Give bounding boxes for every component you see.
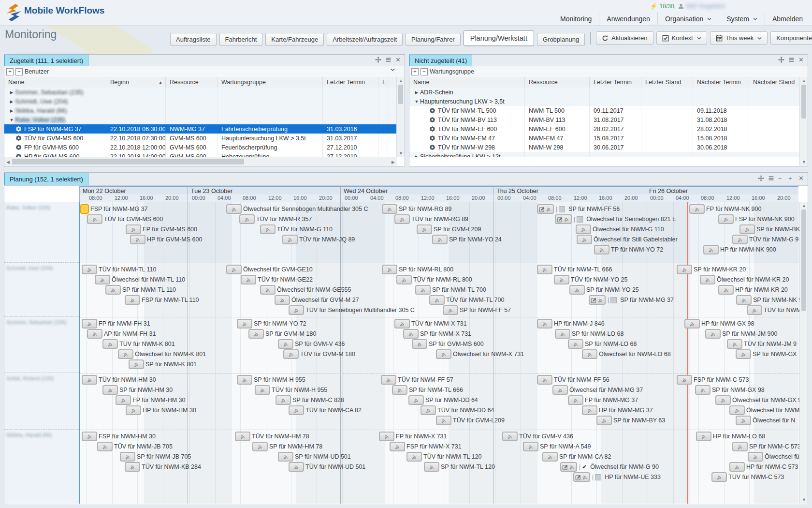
view-button-planung-fahrer[interactable]: Planung/Fahrer (406, 33, 461, 46)
gantt-task[interactable]: SP für NWM-TL 666 (392, 385, 463, 395)
tree-expanded-icon[interactable]: ▼ (8, 118, 15, 122)
gantt-task[interactable]: HP für NWM-MG 37 (582, 405, 653, 415)
maximize-icon[interactable]: + (788, 175, 795, 182)
gantt-task[interactable]: SP für NWM-HM 78 (252, 442, 322, 451)
view-button-planung-werkstatt[interactable]: Planung/Werkstatt (464, 30, 534, 46)
gantt-task[interactable]: SP für NWM-DD 64 (408, 395, 478, 405)
nav-item-anwendungen[interactable]: Anwendungen (599, 12, 657, 25)
gantt-task[interactable]: HP für NWM-KR 20 (718, 285, 788, 295)
gantt-task[interactable]: SP für GVM-L209 (417, 224, 481, 234)
minimize-icon[interactable]: − (778, 175, 785, 182)
gantt-task[interactable]: TÜV für NWM-DD 64 (420, 405, 494, 415)
gantt-task[interactable]: SP für NWM-BK (740, 224, 800, 234)
gantt-task[interactable]: SP für NWM-C 828 (276, 395, 344, 405)
tree-collapsed-icon[interactable]: ▶ (8, 90, 15, 95)
gantt-task[interactable]: FSP für NWM-HM 30 (82, 432, 156, 441)
gantt-task[interactable]: FSP für NWM-TL 110 (125, 295, 199, 305)
gantt-task[interactable]: TÜV für NWM-CA 82 (289, 405, 362, 415)
gantt-task[interactable]: SP für GVM-V 436 (278, 339, 345, 349)
scroll-up-icon[interactable]: ▲ (802, 203, 806, 208)
day-header-4[interactable]: Fri 26 October (646, 186, 798, 194)
gantt-task[interactable]: TÜV für NWM-HM 30 (82, 375, 156, 385)
gantt-task[interactable]: Ölwechsel für N (748, 452, 800, 462)
gantt-task[interactable]: SP für NWM-LO 68 (555, 329, 624, 339)
move-icon[interactable] (758, 175, 765, 182)
scroll-thumb[interactable] (398, 85, 403, 104)
view-button-arbeitszeit-auftragszeit[interactable]: Arbeitszeit/Auftragszeit (327, 33, 403, 46)
gantt-task[interactable]: Ölwechsel für Sennebogen Multihandler 30… (226, 204, 368, 214)
gantt-task[interactable]: Ölwechsel für NWM-LO 68 (582, 349, 671, 359)
maintenance-group-row[interactable]: ▶ADR-Schein (409, 88, 800, 97)
nav-item-monitoring[interactable]: Monitoring (553, 12, 599, 25)
gantt-task[interactable]: SP für NWM-C 573 (732, 442, 800, 451)
collapse-all-button[interactable]: − (15, 68, 23, 75)
gantt-task[interactable]: TÜV für NWM-H 955 (255, 385, 327, 395)
gantt-task[interactable]: HP für NWM-GX 98 (684, 319, 754, 329)
gantt-task[interactable]: Ölwechsel für NWM-GE555 (260, 285, 351, 295)
scroll-down-icon[interactable]: ▼ (802, 497, 806, 502)
gantt-task[interactable]: TP für NWM-YO 72 (594, 245, 663, 254)
view-button-fahrbericht[interactable]: Fahrbericht (219, 33, 263, 46)
task-row[interactable]: TÜV für NWM-TL 500NWM-TL 50009.11.201709… (409, 106, 800, 115)
gantt-task[interactable]: TÜV für NWM-TL 110 (82, 265, 156, 274)
gantt-task[interactable]: SP für GVM-M 180 (248, 329, 316, 339)
gantt-task[interactable]: FP für NWM-HM 30 (116, 395, 186, 405)
gantt-task[interactable]: SP für NWM-K 801 (129, 359, 197, 369)
gantt-user-label[interactable]: Schmidt, Uwe (204) (6, 265, 53, 271)
gantt-task[interactable]: Ölwechsel für NWM-TL 110 (95, 275, 185, 284)
gantt-task[interactable]: SP für NWM-GX 98 (695, 385, 765, 395)
column-header-name[interactable]: Name (409, 77, 525, 88)
expand-all-button[interactable]: + (411, 68, 419, 75)
gantt-task[interactable]: TÜV für NWM-RG 89 (394, 214, 468, 224)
assigned-horizontal-scrollbar[interactable]: ◀ ▶ (4, 157, 397, 166)
nav-item-abmelden[interactable]: Abmelden (765, 12, 810, 25)
scroll-thumb[interactable] (801, 209, 806, 311)
gantt-task[interactable]: SP für NWM-YO 72 (237, 319, 306, 329)
scroll-down-icon[interactable]: ▼ (399, 151, 403, 156)
column-header-n-chster-stand[interactable]: Nächster Stand (749, 77, 801, 88)
gantt-user-label[interactable]: Sommer, Sebastian (235) (6, 319, 67, 325)
gantt-task[interactable]: TÜV für NWM-FF 57 (381, 375, 453, 385)
gantt-task[interactable]: TÜV für GVM-V 436 (502, 432, 573, 441)
gantt-task[interactable]: SP für NWM-H 955 (237, 375, 305, 385)
gantt-task[interactable]: |HP für NWM-UE 333 (573, 472, 661, 482)
gantt-task[interactable]: SP für NWM-KR 20 (677, 265, 746, 274)
task-row[interactable]: TÜV für GVM-MS 60022.10.2018 07:30:00GVM… (4, 134, 397, 143)
planning-vertical-scrollbar[interactable]: ▲ ▼ (799, 202, 808, 504)
gantt-task[interactable]: |SP für NWM-FF 56 (537, 204, 620, 214)
gantt-task[interactable]: Ölwechsel für NWM-X 731 (436, 349, 524, 359)
collapse-all-button[interactable]: − (420, 68, 428, 75)
gantt-task[interactable]: TÜV für NWM-G 9 (732, 235, 798, 244)
gantt-task[interactable]: TÜV für GVM-L209 (436, 416, 505, 425)
tab-zugeteilt[interactable]: Zugeteilt (111, 1 selektiert) (4, 55, 88, 66)
gantt-task[interactable]: SP für NWM-CA 82 (542, 452, 611, 462)
column-header-ressource[interactable]: Ressource (166, 77, 218, 88)
gantt-task[interactable]: FP für NWM-NK 900 (689, 204, 761, 214)
tree-collapsed-icon[interactable]: ▶ (413, 90, 420, 95)
gantt-task[interactable]: TÜV für NWM-RL 800 (396, 275, 472, 284)
tree-expanded-icon[interactable]: ▼ (413, 99, 420, 104)
gantt-task[interactable]: HP für NWM-HM 30 (126, 405, 196, 415)
tab-planung[interactable]: Planung (152, 1 selektiert) (4, 173, 88, 185)
gantt-task[interactable]: SP für NWM-YO 24 (432, 235, 502, 244)
gantt-task[interactable]: TÜV für NWM-UD 501 (289, 462, 365, 472)
task-row[interactable]: TÜV für NWM-BV 113NWM-BV 11331.08.201731… (409, 115, 800, 124)
scroll-thumb[interactable] (12, 159, 244, 164)
gantt-task[interactable]: Ölwechsel für Still Gabelstabler (577, 235, 678, 244)
task-row[interactable]: FP für GVM-MS 60022.10.2018 12:00:00GVM-… (4, 143, 397, 152)
tree-collapsed-icon[interactable]: ▶ (413, 154, 420, 158)
gantt-task[interactable]: SP für NWM-FF 57 (443, 305, 511, 315)
gantt-task[interactable]: SP für NWM-TL 120 (424, 462, 495, 472)
column-header-l[interactable]: L (378, 77, 388, 88)
gantt-task[interactable]: TÜV für NWM-JM 9 (727, 339, 797, 349)
scroll-left-icon[interactable]: ◀ (6, 160, 10, 164)
column-header-ressource[interactable]: Ressource (525, 77, 590, 88)
column-header-letzter-stand[interactable]: Letzter Stand (641, 77, 693, 88)
gantt-user-label[interactable]: Soltat, Roland (120) (6, 375, 54, 381)
gantt-task[interactable]: TÜV für NWM-JQ 89 (282, 235, 355, 244)
gantt-task[interactable]: SP für NWM-LO 68 (568, 339, 637, 349)
view-button-karte-fahrzeuge[interactable]: Karte/Fahrzeuge (265, 33, 324, 46)
user-group-row[interactable]: ▶Schmidt, Uwe (204) (4, 97, 397, 106)
gantt-task[interactable]: TÜV für Sennebogen Multihandler 305 C (289, 305, 415, 315)
gantt-task[interactable]: HP für GVM-MS 600 (130, 235, 202, 244)
